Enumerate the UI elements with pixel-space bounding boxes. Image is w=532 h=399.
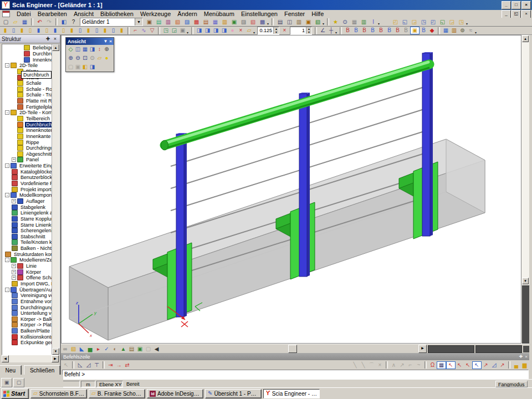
zoom-selection-icon[interactable]: ⊕ bbox=[103, 45, 110, 53]
delete-segment-icon[interactable]: × bbox=[376, 361, 384, 369]
track-dir-icon[interactable]: → bbox=[115, 361, 123, 369]
snap-node-icon[interactable]: ↖ bbox=[446, 361, 456, 369]
document-icon[interactable] bbox=[2, 11, 10, 17]
text-check-icon[interactable]: ✓ bbox=[103, 345, 111, 353]
menu-bearbeiten[interactable]: Bearbeiten bbox=[34, 10, 70, 18]
tree-item[interactable]: Teilbereich bbox=[3, 116, 52, 122]
start-button[interactable]: Start bbox=[1, 388, 29, 399]
taskbar-button[interactable]: ϒScia Engineer - [... bbox=[263, 389, 320, 398]
status-plane[interactable]: Ebene XY bbox=[96, 381, 123, 387]
snap-orthogonal-icon[interactable]: ↗ bbox=[482, 361, 490, 369]
collapse-left-icon[interactable]: ◀ bbox=[152, 345, 161, 353]
minimize-button[interactable]: _ bbox=[502, 1, 511, 9]
snap-grid-icon[interactable]: ▦ bbox=[437, 361, 446, 369]
tree-item[interactable]: Vereinigung von bbox=[3, 293, 52, 299]
render-wireframe-icon[interactable]: ▢ bbox=[67, 63, 74, 71]
tree-item[interactable]: Entnahme von K bbox=[3, 299, 52, 305]
expand-icon[interactable]: + bbox=[12, 157, 16, 162]
scale-spinner[interactable]: 1▲▼ bbox=[290, 27, 312, 35]
project-codes-icon[interactable]: ▣ bbox=[145, 18, 154, 26]
print-icon[interactable]: ▤ bbox=[275, 18, 285, 26]
view-top-icon[interactable]: ▦ bbox=[81, 45, 89, 53]
collapse-icon[interactable]: - bbox=[5, 163, 9, 168]
data-icon[interactable]: ▧ bbox=[248, 18, 258, 26]
menu-datei[interactable]: Datei bbox=[13, 10, 34, 18]
solid-box-icon[interactable]: ▧ bbox=[69, 345, 78, 353]
toolbar-overflow-icon[interactable]: ▾ bbox=[466, 22, 468, 25]
text-tool-icon[interactable]: I bbox=[369, 18, 378, 26]
snap-step-spinner[interactable]: 0.125▲▼ bbox=[257, 27, 279, 35]
plate-new-icon[interactable]: ▮ bbox=[18, 27, 26, 34]
win-arrange-2-icon[interactable]: ◱ bbox=[400, 18, 410, 26]
curve-member-icon[interactable]: ▮ bbox=[84, 27, 93, 34]
dim-1-icon[interactable]: B bbox=[344, 27, 352, 34]
flag-marker-icon[interactable]: ▸ bbox=[94, 345, 103, 353]
child-close-button[interactable]: × bbox=[521, 10, 531, 18]
save-view-icon[interactable]: ▦ bbox=[442, 27, 450, 34]
vector-dir-icon[interactable]: ↗ bbox=[398, 361, 406, 369]
tree-item[interactable]: -Modellieren/Zeichn bbox=[3, 257, 52, 263]
cmd-close-icon[interactable]: × bbox=[525, 354, 528, 359]
disabled-tool-icon[interactable]: ▢ bbox=[144, 345, 152, 353]
chart-icon[interactable]: ▥ bbox=[359, 18, 369, 26]
undo-icon[interactable]: ↶ bbox=[35, 18, 44, 26]
tree-item[interactable]: Körper -> Platte/ bbox=[3, 322, 52, 328]
win-arrange-1-icon[interactable]: ◰ bbox=[391, 18, 400, 26]
node-line-icon[interactable]: ∧ bbox=[390, 361, 398, 369]
menu-ndern[interactable]: Ändern bbox=[174, 10, 200, 18]
dim-7-icon[interactable]: B bbox=[393, 27, 402, 34]
light-toggle-icon[interactable]: ● bbox=[103, 54, 110, 62]
spinner-arrows[interactable]: ▲▼ bbox=[306, 27, 311, 34]
snap-magnet-icon[interactable]: Ω bbox=[428, 361, 437, 369]
palette-icon[interactable]: ◐ bbox=[111, 345, 119, 353]
menu-hilfe[interactable]: Hilfe bbox=[308, 10, 327, 18]
dot-grid-icon[interactable]: ▄ bbox=[512, 361, 520, 369]
tree-item[interactable]: Stabgelenk bbox=[3, 204, 52, 210]
win-arrange-8-icon[interactable]: ◳ bbox=[457, 18, 466, 26]
picture-icon[interactable]: ▧ bbox=[313, 18, 323, 26]
move-multi-icon[interactable]: ◲ bbox=[170, 27, 178, 34]
snap-mode-button[interactable]: Fangmodus bbox=[495, 381, 528, 387]
win-arrange-4-icon[interactable]: ◳ bbox=[419, 18, 428, 26]
dim-4-icon[interactable]: B bbox=[369, 27, 377, 34]
taskbar-button[interactable]: IdAdobe InDesign C... bbox=[147, 389, 203, 398]
expand-icon[interactable]: + bbox=[12, 199, 16, 203]
dim-9-icon[interactable]: ▣ bbox=[410, 27, 420, 34]
win-arrange-5-icon[interactable]: ◰ bbox=[428, 18, 438, 26]
tree-vertical-scrollbar[interactable]: ▲ ▼ bbox=[52, 44, 59, 355]
beam-new-icon[interactable]: ▯ bbox=[9, 27, 18, 34]
close-button[interactable]: × bbox=[521, 1, 531, 9]
track-both-icon[interactable]: ⇄ bbox=[123, 361, 131, 369]
menu-menbaum[interactable]: Menübaum bbox=[201, 10, 238, 18]
paste-2-icon[interactable]: ◨ bbox=[203, 27, 212, 34]
table-icon[interactable]: ▦ bbox=[350, 18, 359, 26]
collapse-icon[interactable]: - bbox=[5, 110, 9, 115]
handrail[interactable] bbox=[161, 62, 430, 150]
favorite-icon[interactable]: ★ bbox=[331, 18, 340, 26]
tree-item[interactable]: Vordefinierte For bbox=[3, 181, 52, 187]
tools-icon[interactable]: ▣ bbox=[229, 18, 239, 26]
menu-bibliotheken[interactable]: Bibliotheken bbox=[97, 10, 137, 18]
scroll-up-icon[interactable]: ▲ bbox=[52, 44, 59, 51]
zoom-all-icon[interactable]: ⊙ bbox=[89, 54, 96, 62]
mdi-window-icon[interactable]: ◧ bbox=[59, 18, 69, 26]
catalog-icon[interactable]: ▦ bbox=[211, 18, 220, 26]
tree-item[interactable]: Katalogblöcke bbox=[3, 168, 52, 175]
snap-midpoint-icon[interactable]: ↖ bbox=[464, 361, 472, 369]
tree-item[interactable]: Beliebiges Pr bbox=[3, 45, 52, 51]
array-copy-icon[interactable]: ▣ bbox=[178, 27, 187, 34]
snap-arc-icon[interactable]: ↗ bbox=[498, 361, 507, 369]
zoom-window-icon[interactable]: ⊡ bbox=[81, 54, 89, 62]
maximize-button[interactable]: □ bbox=[511, 1, 521, 9]
tree-item[interactable]: -Erweiterte Eingabe bbox=[3, 163, 52, 169]
blocks-icon[interactable]: ▩ bbox=[192, 18, 201, 26]
view-front-icon[interactable]: ◫ bbox=[74, 45, 81, 53]
3d-viewport[interactable]: z y x bbox=[61, 35, 521, 344]
gallery-icon[interactable]: ▩ bbox=[258, 18, 267, 26]
command-input[interactable] bbox=[63, 371, 528, 378]
taskbar-button[interactable]: ▱Schornstein B.Fran... bbox=[30, 389, 87, 398]
tree-item[interactable]: Durchdringun bbox=[3, 145, 52, 151]
open-view-icon[interactable]: ▱ bbox=[96, 54, 103, 62]
win-arrange-6-icon[interactable]: ◱ bbox=[438, 18, 447, 26]
support-line-icon[interactable]: ∿ bbox=[140, 27, 148, 34]
